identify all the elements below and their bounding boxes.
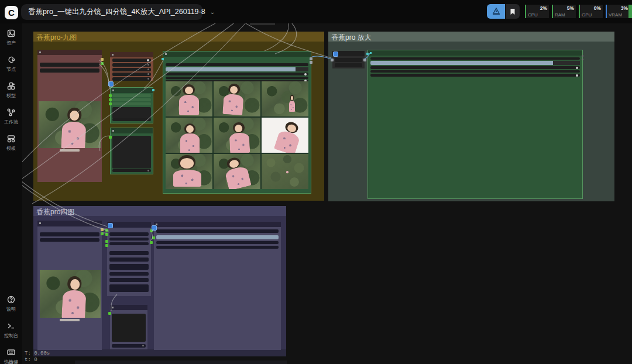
- sidebar-item-label: 资产: [6, 40, 16, 46]
- grid-image-hand-to-chin: [214, 118, 260, 153]
- bottom-strip: [75, 360, 287, 364]
- node-text-box[interactable]: [110, 128, 153, 174]
- grid-image-front-midshot: [166, 118, 212, 153]
- meter-gpu: 0%GPU: [579, 5, 603, 18]
- bookmark-icon: [510, 8, 516, 15]
- app-logo[interactable]: C: [5, 6, 18, 19]
- grid-image-distant-in-palms: [262, 81, 308, 116]
- node-collapse-toggle[interactable]: [333, 51, 338, 57]
- node-image-bridge[interactable]: [332, 51, 365, 68]
- chevron-down-icon: ⌄: [210, 9, 215, 15]
- canvas-performance-info: T: 0.00s t: 0: [25, 351, 50, 363]
- sidebar-item-help[interactable]: 说明: [0, 294, 22, 313]
- meter-label: RAM: [555, 12, 565, 18]
- meter-cpu: 2%CPU: [525, 5, 549, 18]
- node-load-image-four[interactable]: [37, 221, 102, 350]
- grid-image-tilted-head: [214, 154, 260, 189]
- sidebar-item-assets[interactable]: 资产: [0, 28, 22, 46]
- node-editor-canvas[interactable]: 香蕉pro-九图 香蕉pro 放大 香蕉pro四图: [0, 0, 632, 364]
- node-text-box-four[interactable]: [110, 305, 147, 349]
- meter-value: 0%: [594, 5, 601, 11]
- node-upscale-4k[interactable]: [367, 50, 583, 199]
- preview-image-qipao: [40, 270, 101, 318]
- extra-meter-sliver: [628, 5, 632, 18]
- node-prompt[interactable]: [110, 87, 153, 123]
- sidebar-item-console[interactable]: 控制台: [0, 321, 22, 339]
- meter-value: 5%: [567, 5, 574, 11]
- grid-image-side-profile: [214, 81, 260, 116]
- meter-value: 2%: [540, 5, 547, 11]
- node-four-grid-output[interactable]: [154, 222, 281, 350]
- node-collapse-toggle[interactable]: [152, 225, 157, 231]
- meter-vram: 3%VRAM: [606, 5, 630, 18]
- bookmark-button[interactable]: [506, 4, 520, 19]
- grid-image-looking-up-white-bg: [262, 118, 308, 153]
- left-sidebar: 资产节点模型工作流模板 说明控制台快捷键 ⚙: [0, 23, 22, 364]
- top-bar: C 香蕉pro_一键出九分镜_四分镜_4K放大_API_260119-8 ⌄ 2…: [0, 0, 632, 23]
- meter-ram: 5%RAM: [552, 5, 576, 18]
- nine-grid-preview: [166, 81, 308, 189]
- queue-graph-icon: [492, 8, 501, 16]
- image-size-caption: [60, 149, 80, 152]
- meter-value: 3%: [621, 5, 628, 11]
- workflow-icon: [6, 107, 16, 117]
- node-nine-grid-output[interactable]: [163, 51, 311, 194]
- sidebar-item-label: 模型: [6, 92, 16, 99]
- group-title[interactable]: 香蕉pro四图: [33, 206, 286, 216]
- sidebar-item-label: 说明: [6, 306, 16, 313]
- sidebar-item-label: 模板: [6, 145, 16, 152]
- meter-label: GPU: [582, 12, 592, 18]
- node-collapse-toggle[interactable]: [108, 223, 113, 228]
- help-icon: [6, 294, 16, 304]
- meter-label: CPU: [528, 12, 538, 18]
- console-icon: [6, 321, 16, 331]
- grid-image-front-portrait: [166, 81, 212, 116]
- grid-image-aerial-top-down: [262, 154, 308, 189]
- run-queue-button[interactable]: [487, 4, 505, 19]
- grid-image-closeup-face: [166, 154, 212, 189]
- system-meters: 2%CPU5%RAM0%GPU3%VRAM: [525, 5, 630, 18]
- workflow-title-dropdown[interactable]: 香蕉pro_一键出九分镜_四分镜_4K放大_API_260119-8 ⌄: [21, 4, 202, 20]
- nodes-icon: [6, 54, 16, 64]
- group-title[interactable]: 香蕉pro 放大: [328, 32, 614, 42]
- node-parameters[interactable]: [110, 52, 153, 81]
- preview-image-qipao: [39, 101, 101, 148]
- models-icon: [6, 81, 16, 91]
- group-title[interactable]: 香蕉pro-九图: [33, 32, 324, 42]
- node-collapse-toggle[interactable]: [108, 81, 114, 87]
- workflow-title: 香蕉pro_一键出九分镜_四分镜_4K放大_API_260119-8: [28, 7, 205, 17]
- node-parameters-four[interactable]: [107, 222, 151, 296]
- meter-label: VRAM: [609, 12, 622, 18]
- sidebar-item-templates[interactable]: 模板: [0, 133, 22, 152]
- sidebar-item-nodes[interactable]: 节点: [0, 54, 22, 73]
- assets-icon: [6, 28, 16, 38]
- sidebar-item-label: 控制台: [4, 332, 18, 339]
- sidebar-item-models[interactable]: 模型: [0, 81, 22, 99]
- image-size-caption: [60, 319, 80, 321]
- node-load-image[interactable]: [37, 50, 102, 182]
- sidebar-item-label: 节点: [6, 66, 16, 73]
- sidebar-item-label: 工作流: [4, 119, 18, 125]
- settings-gear-icon[interactable]: ⚙: [8, 359, 14, 364]
- keyboard-icon: [6, 347, 16, 357]
- templates-icon: [6, 133, 16, 143]
- sidebar-item-workflow[interactable]: 工作流: [0, 107, 22, 125]
